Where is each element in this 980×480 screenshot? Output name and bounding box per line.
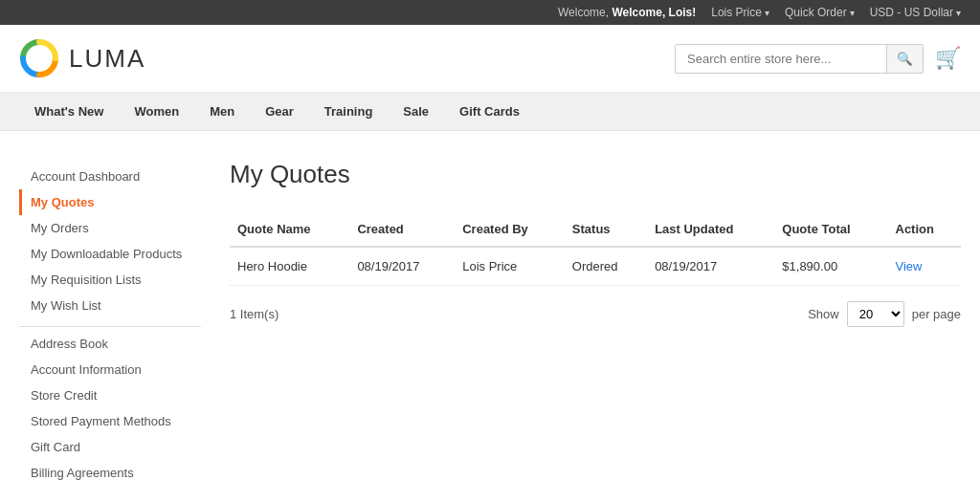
pagination-row: 1 Item(s) Show 20 50 100 per page xyxy=(230,301,961,327)
search-box[interactable]: 🔍 xyxy=(675,44,924,74)
sidebar-item-my-requisition-lists[interactable]: My Requisition Lists xyxy=(19,267,201,293)
account-dropdown[interactable]: Lois Price xyxy=(711,6,769,19)
nav-item-gear[interactable]: Gear xyxy=(250,93,309,130)
cell-created: 08/19/2017 xyxy=(349,247,455,286)
sidebar-item-my-orders[interactable]: My Orders xyxy=(19,215,201,241)
main-content: My Quotes Quote Name Created Created By … xyxy=(230,160,961,480)
sidebar-item-my-downloadable-products[interactable]: My Downloadable Products xyxy=(19,241,201,267)
quick-order-link[interactable]: Quick Order xyxy=(785,6,855,19)
sidebar-item-my-quotes[interactable]: My Quotes xyxy=(19,189,201,215)
col-header-created: Created xyxy=(349,212,455,247)
per-page-select[interactable]: 20 50 100 xyxy=(847,301,904,327)
sidebar-item-my-wish-list[interactable]: My Wish List xyxy=(19,293,201,318)
sidebar-item-store-credit[interactable]: Store Credit xyxy=(19,382,201,408)
cell-quote-total: $1,890.00 xyxy=(774,247,887,286)
cell-quote-name: Hero Hoodie xyxy=(230,247,349,286)
per-page-label: per page xyxy=(912,307,961,321)
nav-item-gift-cards[interactable]: Gift Cards xyxy=(444,93,535,130)
welcome-username: Welcome, Lois! xyxy=(612,6,696,19)
sidebar-item-address-book[interactable]: Address Book xyxy=(19,331,201,357)
per-page-control: Show 20 50 100 per page xyxy=(808,301,961,327)
col-header-quote-name: Quote Name xyxy=(230,212,349,247)
page-title: My Quotes xyxy=(230,160,961,189)
cell-action: View xyxy=(888,247,962,286)
logo-text: LUMA xyxy=(69,44,145,74)
cart-icon[interactable]: 🛒 xyxy=(935,46,961,71)
search-input[interactable] xyxy=(676,45,886,73)
col-header-created-by: Created By xyxy=(455,212,565,247)
sidebar-item-stored-payment-methods[interactable]: Stored Payment Methods xyxy=(19,408,201,434)
col-header-action: Action xyxy=(888,212,962,247)
nav-item-women[interactable]: Women xyxy=(119,93,194,130)
sidebar-item-billing-agreements[interactable]: Billing Agreements xyxy=(19,460,201,480)
cell-status: Ordered xyxy=(565,247,647,286)
top-bar: Welcome, Welcome, Lois! Lois Price Quick… xyxy=(0,0,980,25)
nav-item-training[interactable]: Training xyxy=(309,93,389,130)
cell-created-by: Lois Price xyxy=(455,247,565,286)
table-header-row: Quote Name Created Created By Status Las… xyxy=(230,212,961,247)
sidebar-divider xyxy=(19,326,201,327)
sidebar-item-account-information[interactable]: Account Information xyxy=(19,357,201,382)
logo[interactable]: LUMA xyxy=(19,38,145,78)
col-header-last-updated: Last Updated xyxy=(647,212,774,247)
nav-item-whats-new[interactable]: What's New xyxy=(19,93,119,130)
nav-item-sale[interactable]: Sale xyxy=(388,93,444,130)
main-nav: What's New Women Men Gear Training Sale … xyxy=(0,93,980,131)
quotes-table: Quote Name Created Created By Status Las… xyxy=(230,212,961,286)
sidebar: Account Dashboard My Quotes My Orders My… xyxy=(19,160,201,480)
col-header-quote-total: Quote Total xyxy=(774,212,887,247)
show-label: Show xyxy=(808,307,839,321)
sidebar-item-account-dashboard[interactable]: Account Dashboard xyxy=(19,160,201,189)
welcome-message: Welcome, Welcome, Lois! xyxy=(558,6,696,19)
logo-icon xyxy=(19,38,59,78)
sidebar-item-gift-card[interactable]: Gift Card xyxy=(19,434,201,460)
page-content: Account Dashboard My Quotes My Orders My… xyxy=(0,131,980,480)
col-header-status: Status xyxy=(565,212,647,247)
header: LUMA 🔍 🛒 xyxy=(0,25,980,93)
view-link[interactable]: View xyxy=(896,259,923,273)
table-row: Hero Hoodie 08/19/2017 Lois Price Ordere… xyxy=(230,247,961,286)
header-right: 🔍 🛒 xyxy=(675,44,961,74)
cell-last-updated: 08/19/2017 xyxy=(647,247,774,286)
currency-dropdown[interactable]: USD - US Dollar xyxy=(870,6,961,19)
items-count: 1 Item(s) xyxy=(230,307,278,321)
search-button[interactable]: 🔍 xyxy=(886,45,923,73)
nav-item-men[interactable]: Men xyxy=(194,93,250,130)
